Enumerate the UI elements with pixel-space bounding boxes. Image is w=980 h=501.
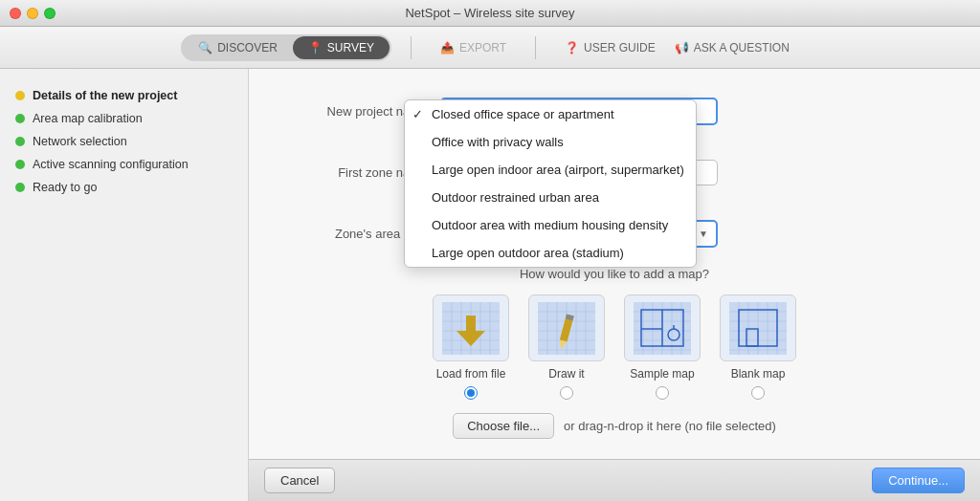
ask-question-button[interactable]: 📢 ASK A QUESTION <box>665 36 799 59</box>
sidebar-label-calibration: Area map calibration <box>33 112 143 125</box>
dropdown-label-outdoor-urban: Outdoor restrained urban area <box>432 190 599 205</box>
blank-map-label: Blank map <box>731 367 786 381</box>
draw-it-image <box>528 294 605 361</box>
user-guide-button[interactable]: ❓ USER GUIDE <box>555 36 665 59</box>
bottom-bar: Cancel Continue... <box>249 459 980 501</box>
sample-map-radio[interactable] <box>656 386 669 400</box>
choose-file-button[interactable]: Choose file... <box>453 413 554 439</box>
dropdown-label-outdoor-medium: Outdoor area with medium housing density <box>432 218 668 232</box>
export-icon: 📤 <box>440 41 455 54</box>
map-options: Load from file <box>287 294 942 400</box>
draw-it-radio[interactable] <box>560 386 573 400</box>
discover-label: DISCOVER <box>217 41 278 54</box>
how-section-label: How would you like to add a map? <box>287 267 942 281</box>
map-option-blank-map[interactable]: Blank map <box>720 294 796 400</box>
window-title: NetSpot – Wireless site survey <box>405 6 574 20</box>
sidebar-label-details: Details of the new project <box>33 89 177 102</box>
toolbar: 🔍 DISCOVER 📍 SURVEY 📤 EXPORT ❓ USER GUID… <box>0 27 980 69</box>
dropdown-item-large-indoor[interactable]: Large open indoor area (airport, superma… <box>405 156 696 184</box>
how-section: How would you like to add a map? <box>287 267 942 439</box>
survey-label: SURVEY <box>327 41 374 54</box>
content-area: New project name: e.g. Our cozy office F… <box>249 69 980 501</box>
sidebar-label-ready: Ready to go <box>33 181 97 194</box>
sidebar-item-details[interactable]: Details of the new project <box>0 84 248 107</box>
zone-dropdown-menu: Closed office space or apartment Office … <box>404 99 697 268</box>
sidebar-item-scanning[interactable]: Active scanning configuration <box>0 153 248 176</box>
choose-file-row: Choose file... or drag-n-drop it here (n… <box>287 413 942 439</box>
dropdown-item-large-outdoor[interactable]: Large open outdoor area (stadium) <box>405 239 696 267</box>
minimize-button[interactable] <box>27 8 38 19</box>
discover-button[interactable]: 🔍 DISCOVER <box>183 36 293 59</box>
dropdown-label-large-outdoor: Large open outdoor area (stadium) <box>432 246 624 260</box>
drag-drop-text: or drag-n-drop it here (no file selected… <box>564 419 776 433</box>
blank-map-radio[interactable] <box>751 386 765 400</box>
sidebar-dot-calibration <box>15 114 25 123</box>
toolbar-separator-2 <box>535 36 536 59</box>
export-button[interactable]: 📤 EXPORT <box>431 36 516 59</box>
map-option-load-file[interactable]: Load from file <box>433 294 509 400</box>
dropdown-item-office-privacy[interactable]: Office with privacy walls <box>405 128 696 156</box>
dropdown-item-closed-office[interactable]: Closed office space or apartment <box>405 100 696 128</box>
sidebar: Details of the new project Area map cali… <box>0 69 249 501</box>
cancel-label: Cancel <box>280 473 319 488</box>
how-label-text: How would you like to add a map? <box>520 267 709 281</box>
maximize-button[interactable] <box>44 8 56 19</box>
ask-icon: 📢 <box>675 41 689 54</box>
traffic-lights <box>10 8 56 19</box>
survey-icon: 📍 <box>308 41 323 54</box>
continue-label: Continue... <box>888 473 948 488</box>
titlebar: NetSpot – Wireless site survey <box>0 0 980 27</box>
dropdown-label-closed-office: Closed office space or apartment <box>432 107 614 121</box>
load-file-svg <box>442 302 500 355</box>
load-file-image <box>433 294 509 361</box>
sidebar-label-scanning: Active scanning configuration <box>33 158 189 171</box>
sidebar-label-network: Network selection <box>33 135 127 148</box>
sample-map-image <box>624 294 701 361</box>
sidebar-dot-ready <box>15 183 25 192</box>
sidebar-item-network[interactable]: Network selection <box>0 130 248 153</box>
sidebar-dot-scanning <box>15 160 25 169</box>
continue-button[interactable]: Continue... <box>872 468 965 493</box>
choose-file-label: Choose file... <box>467 419 540 433</box>
load-file-label: Load from file <box>436 367 506 381</box>
sidebar-item-calibration[interactable]: Area map calibration <box>0 107 248 130</box>
sidebar-dot-details <box>15 91 25 100</box>
map-option-draw-it[interactable]: Draw it <box>528 294 605 400</box>
sample-map-label: Sample map <box>630 367 694 381</box>
dropdown-item-outdoor-urban[interactable]: Outdoor restrained urban area <box>405 184 696 211</box>
load-file-radio[interactable] <box>464 386 478 400</box>
draw-it-svg <box>538 302 595 355</box>
ask-label: ASK A QUESTION <box>694 41 790 54</box>
map-option-sample-map[interactable]: Sample map <box>624 294 701 400</box>
mode-toggle: 🔍 DISCOVER 📍 SURVEY <box>181 34 391 61</box>
user-guide-label: USER GUIDE <box>584 41 656 54</box>
dropdown-label-large-indoor: Large open indoor area (airport, superma… <box>432 163 684 177</box>
export-label: EXPORT <box>459 41 506 54</box>
blank-map-svg <box>729 302 787 355</box>
sidebar-item-ready[interactable]: Ready to go <box>0 176 248 199</box>
sidebar-dot-network <box>15 137 25 146</box>
blank-map-image <box>720 294 796 361</box>
draw-it-label: Draw it <box>548 367 584 381</box>
svg-rect-11 <box>466 316 476 331</box>
cancel-button[interactable]: Cancel <box>264 468 335 493</box>
toolbar-separator-1 <box>411 36 412 59</box>
dropdown-label-office-privacy: Office with privacy walls <box>432 135 564 149</box>
sample-map-svg <box>634 302 691 355</box>
dropdown-item-outdoor-medium[interactable]: Outdoor area with medium housing density <box>405 211 696 239</box>
chevron-down-icon: ▼ <box>699 229 708 239</box>
discover-icon: 🔍 <box>198 41 212 54</box>
main-layout: Details of the new project Area map cali… <box>0 69 980 501</box>
survey-button[interactable]: 📍 SURVEY <box>293 36 390 59</box>
close-button[interactable] <box>10 8 21 19</box>
guide-icon: ❓ <box>565 41 579 54</box>
